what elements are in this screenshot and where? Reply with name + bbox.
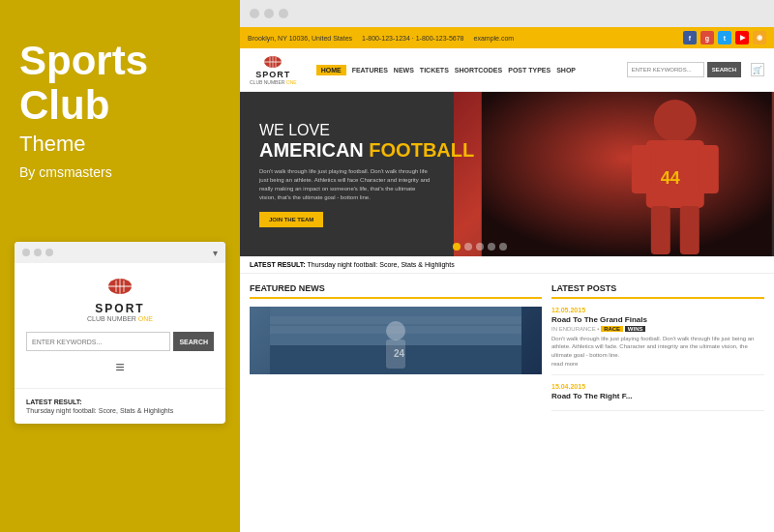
latest-result-bar: LATEST RESULT: Thursday night football: … — [240, 256, 774, 274]
latest-label: LATEST RESULT: — [250, 261, 306, 268]
nav-post-types[interactable]: POST TYPES — [508, 67, 551, 74]
top-bar: Brooklyn, NY 10036, United States 1-800-… — [240, 27, 774, 48]
rss-icon[interactable]: ◉ — [753, 31, 766, 44]
svg-rect-13 — [632, 145, 651, 193]
sp-football-icon — [104, 275, 135, 298]
svg-rect-10 — [482, 92, 772, 256]
left-subtitle: Theme — [19, 132, 221, 157]
post-meta-1: IN ENDURANCE • RACE WINS — [551, 326, 764, 332]
hero-player-area: 44 — [480, 92, 774, 256]
sp-dot-3 — [45, 249, 53, 256]
nav-shop[interactable]: SHOP — [556, 67, 576, 74]
hero-line2: AMERICAN FOOTBALL — [259, 139, 474, 162]
sp-menu-icon[interactable]: ≡ — [115, 359, 124, 376]
small-preview-body: SPORT CLUB NUMBER ONE SEARCH ≡ — [15, 263, 225, 388]
browser-dot-green — [279, 9, 288, 18]
join-team-button[interactable]: JOIN THE TEAM — [259, 212, 323, 227]
post-title-1[interactable]: Road To The Grand Finals — [551, 315, 764, 324]
sp-dropdown-icon[interactable]: ▾ — [213, 248, 218, 258]
left-by: By cmsmasters — [19, 164, 221, 180]
player-svg: 44 — [480, 92, 774, 256]
address-text: Brooklyn, NY 10036, United States — [248, 35, 352, 42]
latest-text: Thursday night football: Score, Stats & … — [308, 261, 455, 268]
nav-home[interactable]: HOME — [316, 65, 346, 75]
browser-chrome — [240, 0, 774, 27]
sp-logo-sub: CLUB NUMBER ONE — [87, 315, 153, 322]
hero-content: WE LOVE AMERICAN FOOTBALL Don't walk thr… — [240, 107, 493, 242]
hero-dot-5[interactable] — [499, 243, 507, 251]
nav-bar: SPORT CLUB NUMBER ONE HOME FEATURES NEWS… — [240, 48, 774, 92]
facebook-icon[interactable]: f — [683, 31, 697, 44]
logo-football-icon — [262, 54, 283, 70]
content-area: FEATURED NEWS 24 — [240, 274, 774, 429]
nav-features[interactable]: FEATURES — [352, 67, 388, 74]
sp-search-button[interactable]: SEARCH — [173, 332, 214, 351]
twitter-icon[interactable]: t — [718, 31, 731, 44]
featured-img-svg: 24 — [250, 307, 542, 374]
browser-dot-yellow — [264, 9, 274, 18]
post-date-2: 15.04.2015 — [551, 383, 764, 390]
post-tag-race: RACE — [601, 326, 623, 332]
preview-window: Brooklyn, NY 10036, United States 1-800-… — [240, 0, 774, 532]
svg-point-11 — [654, 100, 697, 142]
svg-point-22 — [386, 321, 405, 340]
nav-search-button[interactable]: SEARCH — [707, 62, 741, 77]
browser-dots — [250, 9, 288, 18]
site-logo: SPORT CLUB NUMBER ONE — [250, 54, 297, 85]
sp-latest-label: LATEST RESULT: — [26, 399, 214, 405]
hero-dot-4[interactable] — [488, 243, 495, 251]
featured-news-image: 24 — [250, 307, 542, 374]
small-preview-panel: ▾ SPORT CLUB NUMBER ONE SEARCH ≡ — [15, 242, 225, 424]
top-bar-left: Brooklyn, NY 10036, United States 1-800-… — [248, 35, 514, 42]
read-more-1[interactable]: read more — [551, 361, 764, 367]
post-title-2[interactable]: Road To The Right F... — [551, 392, 764, 400]
left-panel: Sports Club Theme By cmsmasters ▾ SPORT — [0, 0, 240, 532]
logo-sub-text: CLUB NUMBER ONE — [250, 79, 297, 85]
site-preview: Brooklyn, NY 10036, United States 1-800-… — [240, 27, 774, 532]
browser-dot-red — [250, 9, 259, 18]
sp-search-bar[interactable]: SEARCH — [26, 332, 214, 351]
small-preview-header: ▾ — [15, 242, 225, 263]
hero-dot-3[interactable] — [476, 243, 484, 251]
nav-search-input[interactable] — [627, 62, 704, 77]
post-item-1: 12.05.2015 Road To The Grand Finals IN E… — [551, 307, 764, 375]
hero-section: 44 WE LOVE AMERICAN FOOTBALL Don't walk … — [240, 92, 774, 256]
nav-news[interactable]: NEWS — [394, 67, 414, 74]
hero-dot-1[interactable] — [453, 243, 461, 251]
sp-latest-text: Thursday night football: Score, Stats & … — [26, 407, 214, 414]
logo-sport-text: SPORT — [255, 70, 290, 79]
post-tag-wins: WINS — [625, 326, 646, 332]
sp-latest-result: LATEST RESULT: Thursday night football: … — [15, 388, 225, 424]
youtube-icon[interactable]: ▶ — [735, 31, 749, 44]
featured-img-inner: 24 — [250, 307, 542, 374]
featured-news-section: FEATURED NEWS 24 — [250, 283, 551, 419]
svg-text:24: 24 — [394, 348, 405, 359]
svg-rect-14 — [700, 145, 719, 193]
featured-news-title: FEATURED NEWS — [250, 283, 542, 299]
nav-search: SEARCH — [627, 62, 741, 77]
post-excerpt-1: Don't walk through life just playing foo… — [551, 335, 764, 359]
page-title: Sports Club — [19, 39, 221, 128]
post-item-2: 15.04.2015 Road To The Right F... — [551, 383, 764, 411]
hero-line1: WE LOVE — [259, 122, 474, 139]
nav-shortcodes[interactable]: SHORTCODES — [455, 67, 502, 74]
svg-text:44: 44 — [661, 168, 680, 188]
sp-dot-2 — [34, 249, 42, 256]
hero-dot-2[interactable] — [464, 243, 472, 251]
sp-logo-text: SPORT — [95, 302, 144, 315]
latest-posts-section: LATEST POSTS 12.05.2015 Road To The Gran… — [551, 283, 764, 419]
hero-dots — [453, 243, 507, 251]
phone-text: 1-800-123-1234 · 1-800-123-5678 — [362, 35, 463, 42]
email-text: example.com — [474, 35, 515, 42]
social-icons: f g t ▶ ◉ — [683, 31, 766, 44]
post-date-1: 12.05.2015 — [551, 307, 764, 313]
svg-rect-15 — [651, 206, 670, 254]
hero-desc: Don't walk through life just playing foo… — [259, 167, 433, 202]
nav-tickets[interactable]: TICKETS — [420, 67, 449, 74]
sp-search-input[interactable] — [26, 332, 170, 351]
sp-dot-1 — [22, 249, 30, 256]
nav-menu: HOME FEATURES NEWS TICKETS SHORTCODES PO… — [316, 65, 576, 75]
google-plus-icon[interactable]: g — [700, 31, 714, 44]
nav-cart-icon[interactable]: 🛒 — [751, 63, 764, 76]
svg-rect-16 — [680, 206, 700, 254]
